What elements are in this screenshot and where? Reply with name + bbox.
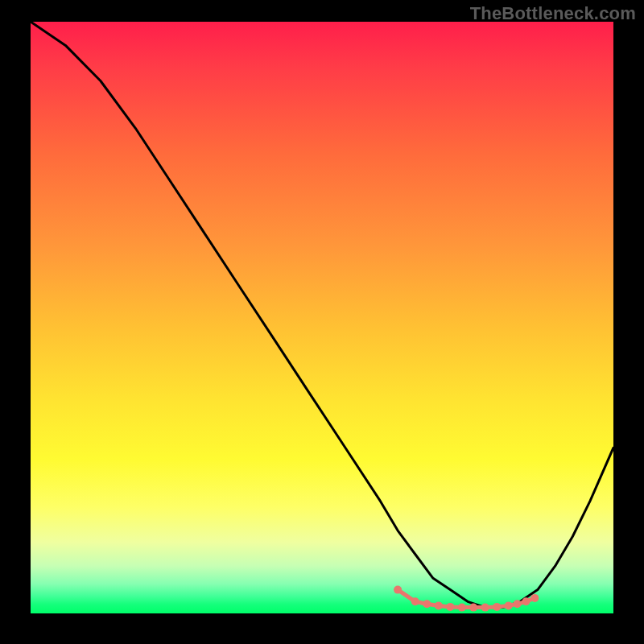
svg-point-7 (481, 604, 489, 612)
svg-point-8 (493, 603, 501, 611)
plot-area (31, 22, 613, 613)
svg-point-11 (522, 597, 530, 605)
highlight-dots (394, 586, 539, 612)
curve-line (31, 22, 613, 608)
svg-point-6 (469, 604, 477, 612)
watermark-text: TheBottleneck.com (470, 3, 636, 24)
svg-point-4 (446, 603, 454, 611)
svg-point-9 (505, 601, 513, 609)
svg-point-5 (458, 604, 466, 612)
svg-point-0 (394, 586, 402, 594)
svg-point-10 (514, 600, 522, 608)
svg-point-3 (435, 601, 443, 609)
chart-svg (31, 22, 613, 613)
svg-point-12 (530, 594, 539, 602)
svg-point-1 (411, 597, 419, 605)
svg-point-2 (423, 600, 431, 608)
chart-container: TheBottleneck.com (0, 0, 644, 644)
